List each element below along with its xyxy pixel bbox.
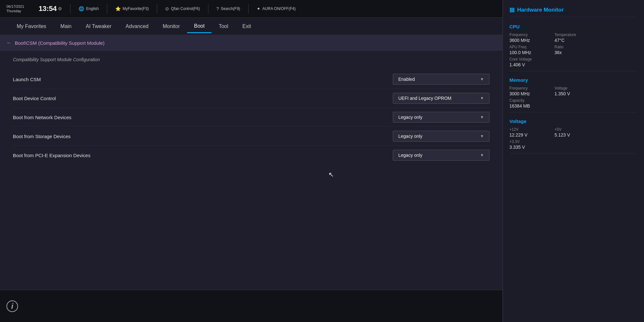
- hw-section-memory: MemoryFrequency3000 MHzVoltage1.350 VCap…: [509, 77, 638, 113]
- nav-item-my-favorites[interactable]: My Favorites: [10, 20, 53, 33]
- nav-item-advanced[interactable]: Advanced: [118, 20, 156, 33]
- setting-label-launch-csm: Launch CSM: [13, 77, 41, 82]
- gear-icon[interactable]: ⚙: [58, 6, 62, 11]
- hw-item-value: 3.335 V: [509, 145, 542, 150]
- hw-item-value: 5.123 V: [554, 132, 587, 137]
- hw-item-label: Ratio: [554, 45, 587, 49]
- hw-row-memory-1: Capacity16384 MB: [509, 98, 638, 109]
- hw-monitor-title: ▤ Hardware Monitor: [509, 6, 638, 17]
- divider-2: [107, 4, 107, 14]
- back-arrow-icon[interactable]: ←: [6, 40, 12, 46]
- hw-item-capacity: Capacity16384 MB: [509, 98, 542, 109]
- setting-label-boot-device-control: Boot Device Control: [13, 96, 56, 101]
- settings-section: Compatibility Support Module Configurati…: [0, 51, 502, 171]
- divider-5: [248, 4, 249, 14]
- setting-value-launch-csm: Enabled: [398, 77, 415, 82]
- nav-item-boot[interactable]: Boot: [187, 20, 212, 33]
- setting-row-boot-from-network: Boot from Network DevicesLegacy only▼: [13, 108, 489, 127]
- search-label: Search(F9): [221, 6, 240, 11]
- breadcrumb: ← Boot\CSM (Compatibility Support Module…: [0, 35, 502, 51]
- language-selector[interactable]: 🌐 English: [79, 6, 99, 11]
- divider-1: [70, 4, 71, 14]
- setting-value-boot-device-control: UEFI and Legacy OPROM: [398, 96, 451, 101]
- hw-monitor-label: Hardware Monitor: [517, 7, 564, 13]
- hw-row-voltage-1: +3.3V3.335 V: [509, 139, 638, 150]
- hw-section-voltage: Voltage+12V12.229 V+5V5.123 V+3.3V3.335 …: [509, 118, 638, 154]
- setting-value-boot-from-pcie: Legacy only: [398, 153, 422, 158]
- hw-item-voltage: Voltage1.350 V: [554, 86, 587, 96]
- nav-item-tool[interactable]: Tool: [212, 20, 235, 33]
- chevron-down-icon: ▼: [480, 153, 484, 157]
- language-icon: 🌐: [79, 6, 84, 11]
- setting-row-boot-from-pcie: Boot from PCI-E Expansion DevicesLegacy …: [13, 146, 489, 165]
- hw-item--12v: +12V12.229 V: [509, 127, 542, 137]
- hw-item-apu-freq: APU Freq100.0 MHz: [509, 45, 542, 55]
- setting-dropdown-boot-device-control[interactable]: UEFI and Legacy OPROM▼: [393, 93, 489, 104]
- myfavorite-label: MyFavorite(F3): [123, 6, 149, 11]
- language-label: English: [86, 6, 99, 11]
- hw-divider-cpu: [509, 71, 638, 71]
- hw-item--5v: +5V5.123 V: [554, 127, 587, 137]
- hw-item-label: Frequency: [509, 86, 542, 90]
- hw-divider-memory: [509, 112, 638, 113]
- hw-item-label: +12V: [509, 127, 542, 132]
- setting-value-boot-from-network: Legacy only: [398, 115, 422, 120]
- hw-item-value: 1.406 V: [509, 62, 542, 67]
- setting-label-boot-from-storage: Boot from Storage Devices: [13, 134, 71, 139]
- status-bar: 06/17/2021 Thursday 13:54 ⚙ 🌐 English ⭐ …: [0, 0, 502, 18]
- hw-item-frequency: Frequency3000 MHz: [509, 86, 542, 96]
- setting-dropdown-launch-csm[interactable]: Enabled▼: [393, 74, 489, 85]
- aura-button[interactable]: ✦ AURA ON/OFF(F4): [257, 6, 296, 11]
- setting-dropdown-boot-from-storage[interactable]: Legacy only▼: [393, 131, 489, 142]
- hw-item-ratio: Ratio36x: [554, 45, 587, 55]
- nav-item-exit[interactable]: Exit: [235, 20, 258, 33]
- hw-row-voltage-0: +12V12.229 V+5V5.123 V: [509, 127, 638, 137]
- hw-item-temperature: Temperature47°C: [554, 33, 587, 43]
- hw-item-value: 12.229 V: [509, 132, 542, 137]
- info-icon: i: [6, 300, 18, 312]
- chevron-down-icon: ▼: [480, 77, 484, 81]
- chevron-down-icon: ▼: [480, 134, 484, 138]
- divider-4: [208, 4, 208, 14]
- time-area: 13:54 ⚙: [39, 5, 62, 13]
- myfavorite-button[interactable]: ⭐ MyFavorite(F3): [115, 6, 149, 11]
- hw-row-cpu-2: Core Voltage1.406 V: [509, 57, 638, 67]
- time-display: 13:54: [39, 5, 57, 13]
- setting-dropdown-boot-from-network[interactable]: Legacy only▼: [393, 112, 489, 123]
- hw-item-value: 3000 MHz: [509, 91, 542, 96]
- hw-row-cpu-1: APU Freq100.0 MHzRatio36x: [509, 45, 638, 55]
- nav-item-main[interactable]: Main: [53, 20, 79, 33]
- hw-section-title-voltage: Voltage: [509, 118, 638, 124]
- settings-container: Launch CSMEnabled▼Boot Device ControlUEF…: [13, 70, 489, 165]
- setting-value-boot-from-storage: Legacy only: [398, 134, 422, 139]
- hw-item-value: 3600 MHz: [509, 38, 542, 43]
- hw-sections-container: CPUFrequency3600 MHzTemperature47°CAPU F…: [509, 24, 638, 154]
- hw-section-title-cpu: CPU: [509, 24, 638, 29]
- hw-item-frequency: Frequency3600 MHz: [509, 33, 542, 43]
- hw-divider-voltage: [509, 154, 638, 154]
- hw-item-label: Core Voltage: [509, 57, 542, 62]
- qfan-label: Qfan Control(F6): [171, 6, 200, 11]
- nav-bar: My Favorites Main AI Tweaker Advanced Mo…: [0, 18, 502, 35]
- hw-item-label: +3.3V: [509, 139, 542, 144]
- bottom-bar: i: [0, 290, 502, 322]
- qfan-button[interactable]: ⊙ Qfan Control(F6): [165, 6, 200, 11]
- setting-row-boot-device-control: Boot Device ControlUEFI and Legacy OPROM…: [13, 89, 489, 108]
- nav-item-monitor[interactable]: Monitor: [156, 20, 187, 33]
- hw-item-label: Capacity: [509, 98, 542, 103]
- setting-row-boot-from-storage: Boot from Storage DevicesLegacy only▼: [13, 127, 489, 146]
- divider-3: [157, 4, 157, 14]
- nav-item-ai-tweaker[interactable]: AI Tweaker: [79, 20, 118, 33]
- aura-icon: ✦: [257, 6, 260, 11]
- hw-item-label: +5V: [554, 127, 587, 132]
- breadcrumb-path: Boot\CSM (Compatibility Support Module): [15, 40, 104, 46]
- main-content: ← Boot\CSM (Compatibility Support Module…: [0, 35, 502, 290]
- hw-section-cpu: CPUFrequency3600 MHzTemperature47°CAPU F…: [509, 24, 638, 71]
- hw-item-value: 16384 MB: [509, 103, 542, 109]
- hw-item--3-3v: +3.3V3.335 V: [509, 139, 542, 150]
- search-button[interactable]: ? Search(F9): [216, 6, 240, 11]
- chevron-down-icon: ▼: [480, 115, 484, 119]
- myfavorite-icon: ⭐: [115, 6, 121, 11]
- setting-dropdown-boot-from-pcie[interactable]: Legacy only▼: [393, 150, 489, 161]
- hw-item-label: Temperature: [554, 33, 587, 37]
